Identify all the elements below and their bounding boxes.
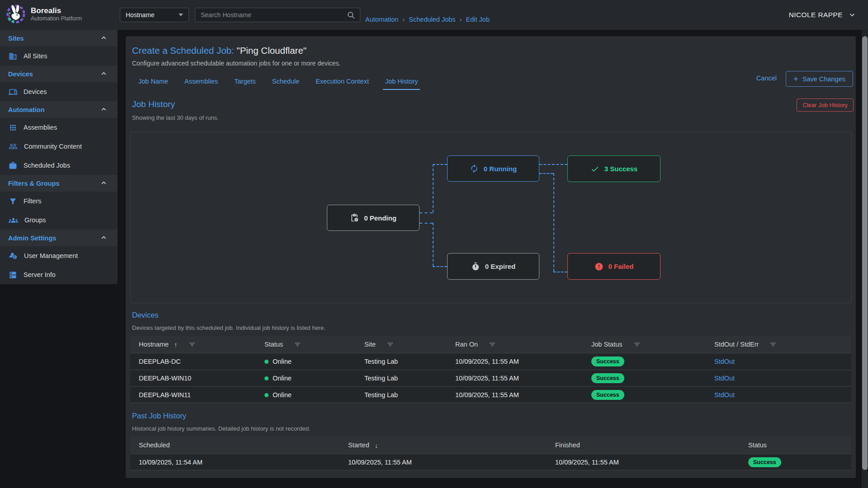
sidebar-item-server-info[interactable]: Server Info — [0, 265, 118, 284]
past-job-history-heading: Past Job History — [132, 412, 186, 420]
sidebar-section-filters-groups[interactable]: Filters & Groups — [0, 175, 118, 192]
column-header-job-status[interactable]: Job Status — [591, 341, 623, 348]
user-gear-icon — [9, 251, 18, 260]
sidebar-section-automation[interactable]: Automation — [0, 101, 118, 118]
column-header-site[interactable]: Site — [364, 341, 376, 348]
flow-node-expired[interactable]: 0 Expired — [447, 253, 539, 280]
filter-menu-icon[interactable] — [769, 341, 777, 348]
breadcrumb-edit-job[interactable]: Edit Job — [466, 16, 490, 23]
filter-menu-icon[interactable] — [189, 341, 196, 348]
sidebar-item-label: Devices — [24, 88, 47, 95]
search-box — [195, 8, 360, 22]
breadcrumb-scheduled-jobs[interactable]: Scheduled Jobs — [409, 16, 455, 23]
clear-job-history-button[interactable]: Clear Job History — [797, 99, 854, 112]
cell-job-status: Success — [591, 357, 714, 366]
flow-connector — [420, 212, 433, 213]
building-icon — [9, 52, 17, 61]
flow-node-label: 3 Success — [604, 165, 637, 173]
table-row: 10/09/2025, 11:54 AM 10/09/2025, 11:55 A… — [130, 454, 851, 470]
sidebar-section-devices[interactable]: Devices — [0, 66, 118, 82]
cell-site: Testing Lab — [364, 391, 455, 399]
job-status-flowchart: 0 Pending 0 Running 3 Success 0 Expired … — [130, 132, 852, 303]
cell-site: Testing Lab — [364, 375, 455, 382]
stdout-link[interactable]: StdOut — [714, 358, 735, 365]
sidebar-section-sites[interactable]: Sites — [0, 30, 118, 47]
flow-node-success[interactable]: 3 Success — [567, 155, 660, 182]
tab-assemblies[interactable]: Assemblies — [182, 75, 220, 90]
section-label: Automation — [8, 106, 45, 113]
sidebar-item-user-management[interactable]: User Management — [0, 246, 118, 265]
column-header-stdout-stderr[interactable]: StdOut / StdErr — [714, 341, 759, 348]
column-header-ran-on[interactable]: Ran On — [455, 341, 478, 348]
filter-menu-icon[interactable] — [387, 341, 394, 348]
flow-connector — [553, 272, 567, 272]
sort-asc-icon[interactable]: ↑ — [174, 341, 178, 348]
sidebar-item-assemblies[interactable]: Assemblies — [0, 118, 118, 137]
scrollbar-track[interactable] — [862, 30, 868, 488]
sort-desc-icon[interactable]: ↓ — [375, 441, 378, 449]
section-label: Sites — [8, 35, 24, 42]
flow-node-running[interactable]: 0 Running — [447, 155, 539, 182]
borealis-rabbit-logo-icon — [5, 4, 26, 24]
flow-connector — [433, 164, 447, 165]
tab-job-name[interactable]: Job Name — [136, 75, 170, 90]
table-row: DEEPLAB-WIN10 Online Testing Lab 10/09/2… — [130, 370, 851, 386]
cell-stdout: StdOut — [714, 358, 851, 365]
column-header-status[interactable]: Status — [748, 441, 767, 449]
tab-targets[interactable]: Targets — [232, 75, 258, 90]
sidebar-item-label: Filters — [24, 197, 41, 205]
column-header-scheduled[interactable]: Scheduled — [139, 441, 170, 449]
error-icon — [594, 262, 604, 271]
save-changes-button[interactable]: + Save Changes — [786, 71, 853, 87]
cell-status: Success — [748, 457, 851, 467]
cell-ran-on: 10/09/2025, 11:55 AM — [455, 391, 591, 399]
flow-node-label: 0 Running — [484, 165, 517, 173]
sidebar-item-label: Assemblies — [24, 124, 57, 131]
breadcrumb-automation[interactable]: Automation — [365, 16, 398, 23]
breadcrumb-separator-icon: › — [402, 15, 405, 23]
sidebar-item-scheduled-jobs[interactable]: Scheduled Jobs — [0, 156, 118, 175]
status-badge: Success — [748, 457, 781, 467]
past-table-header: Scheduled Started↓ Finished Status — [130, 436, 851, 454]
sidebar-item-groups[interactable]: Groups — [0, 211, 118, 230]
hostname-filter-value: Hostname — [126, 11, 155, 19]
column-header-status[interactable]: Status — [264, 341, 283, 348]
groups-icon — [9, 216, 18, 225]
caret-down-icon — [179, 14, 183, 16]
hostname-filter-dropdown[interactable]: Hostname — [120, 8, 189, 22]
flow-connector — [433, 266, 447, 267]
flow-node-pending[interactable]: 0 Pending — [327, 205, 420, 231]
sidebar-item-community-content[interactable]: Community Content — [0, 137, 118, 156]
cell-ran-on: 10/09/2025, 11:55 AM — [455, 375, 591, 382]
filter-menu-icon[interactable] — [294, 341, 301, 348]
sidebar-section-admin-settings[interactable]: Admin Settings — [0, 230, 118, 246]
cell-started: 10/09/2025, 11:55 AM — [348, 459, 555, 466]
scrollbar-thumb[interactable] — [862, 36, 868, 470]
sidebar-item-devices[interactable]: Devices — [0, 82, 118, 101]
flow-connector — [420, 223, 433, 224]
cancel-button[interactable]: Cancel — [756, 75, 777, 82]
sidebar-item-all-sites[interactable]: All Sites — [0, 47, 118, 66]
cell-site: Testing Lab — [364, 358, 455, 365]
cell-hostname: DEEPLAB-DC — [130, 358, 264, 365]
tab-schedule[interactable]: Schedule — [270, 75, 302, 90]
table-row: DEEPLAB-DC Online Testing Lab 10/09/2025… — [130, 353, 851, 370]
stdout-link[interactable]: StdOut — [714, 391, 735, 399]
column-header-hostname[interactable]: Hostname — [139, 341, 169, 348]
search-input[interactable] — [201, 11, 347, 19]
flow-node-failed[interactable]: 0 Failed — [567, 253, 660, 280]
section-label: Devices — [8, 70, 33, 78]
column-header-started[interactable]: Started — [348, 441, 369, 449]
cell-hostname: DEEPLAB-WIN11 — [130, 391, 264, 399]
sidebar-item-filters[interactable]: Filters — [0, 192, 118, 211]
user-menu[interactable]: NICOLE RAPPE — [789, 0, 856, 30]
chevron-up-icon — [100, 106, 108, 113]
tab-job-history[interactable]: Job History — [383, 75, 420, 90]
stdout-link[interactable]: StdOut — [714, 375, 735, 382]
column-header-finished[interactable]: Finished — [555, 441, 580, 449]
online-status-dot — [264, 376, 269, 380]
filter-menu-icon[interactable] — [489, 341, 496, 348]
flow-node-label: 0 Failed — [609, 263, 634, 270]
tab-execution-context[interactable]: Execution Context — [313, 75, 371, 90]
filter-menu-icon[interactable] — [633, 341, 641, 348]
